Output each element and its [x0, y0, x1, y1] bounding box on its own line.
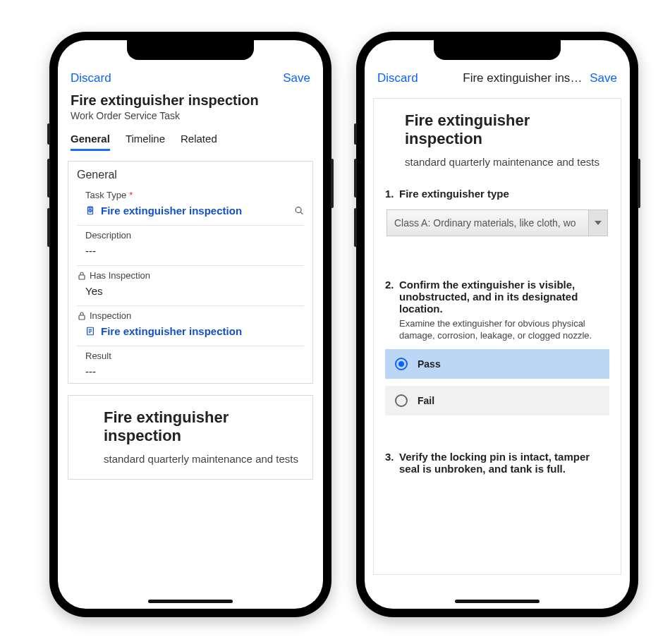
lock-icon	[77, 311, 87, 321]
result-label: Result	[85, 351, 304, 361]
task-type-value[interactable]: Fire extinguisher inspection	[85, 205, 242, 217]
svg-rect-4	[79, 275, 85, 279]
tab-related[interactable]: Related	[181, 133, 217, 151]
has-inspection-label: Has Inspection	[77, 270, 304, 281]
tab-general[interactable]: General	[71, 133, 110, 151]
inspection-preview-title: Fire extinguisher inspection	[104, 408, 303, 446]
extinguisher-type-dropdown[interactable]: Class A: Ordinary materials, like cloth,…	[386, 209, 608, 236]
result-value[interactable]: ---	[85, 361, 304, 377]
save-button[interactable]: Save	[283, 71, 310, 85]
question-2-header: 2. Confirm the extinguisher is visible, …	[385, 279, 609, 315]
search-icon[interactable]	[294, 206, 304, 216]
general-card: General Task Type* Fire extinguisher ins…	[68, 161, 313, 384]
page-subtitle: Work Order Service Task	[58, 110, 323, 128]
inspection-preview-sub: standard quarterly maintenance and tests	[104, 446, 303, 465]
tab-timeline[interactable]: Timeline	[126, 133, 165, 151]
radio-unselected-icon	[395, 394, 408, 407]
option-pass[interactable]: Pass	[385, 349, 609, 379]
task-type-label: Task Type*	[85, 190, 304, 200]
has-inspection-value: Yes	[77, 281, 304, 297]
navbar: Discard Save	[58, 68, 323, 91]
svg-line-3	[300, 212, 303, 214]
question-1-header: 1. Fire extinguisher type	[385, 188, 609, 200]
nav-title: Fire extinguisher insp...	[463, 71, 583, 85]
chevron-down-icon	[588, 210, 607, 236]
lock-icon	[77, 271, 87, 281]
section-header: General	[68, 162, 312, 186]
save-button[interactable]: Save	[590, 71, 617, 85]
inspection-label: Inspection	[77, 310, 304, 321]
dropdown-value: Class A: Ordinary materials, like cloth,…	[387, 217, 588, 229]
page-title: Fire extinguisher inspection	[58, 91, 323, 110]
svg-point-2	[296, 207, 301, 213]
navbar: Discard Fire extinguisher insp... Save	[365, 68, 630, 91]
form-subtitle: standard quarterly maintenance and tests	[384, 149, 611, 168]
inspection-preview-card: Fire extinguisher inspection standard qu…	[68, 395, 313, 480]
description-value[interactable]: ---	[85, 241, 304, 257]
discard-button[interactable]: Discard	[377, 71, 418, 85]
form-icon	[85, 327, 95, 336]
option-fail[interactable]: Fail	[385, 386, 609, 415]
question-2-help: Examine the extinguisher for obvious phy…	[385, 315, 609, 342]
form-title: Fire extinguisher inspection	[384, 111, 611, 149]
clipboard-icon	[85, 206, 95, 216]
question-3-header: 3. Verify the locking pin is intact, tam…	[385, 451, 609, 475]
tab-bar: General Timeline Related	[58, 128, 323, 151]
discard-button[interactable]: Discard	[71, 71, 111, 85]
description-label: Description	[85, 230, 304, 241]
inspection-value[interactable]: Fire extinguisher inspection	[85, 325, 304, 337]
svg-marker-10	[595, 221, 602, 225]
inspection-form: Fire extinguisher inspection standard qu…	[373, 98, 621, 575]
radio-selected-icon	[395, 358, 408, 370]
svg-rect-5	[79, 315, 85, 320]
